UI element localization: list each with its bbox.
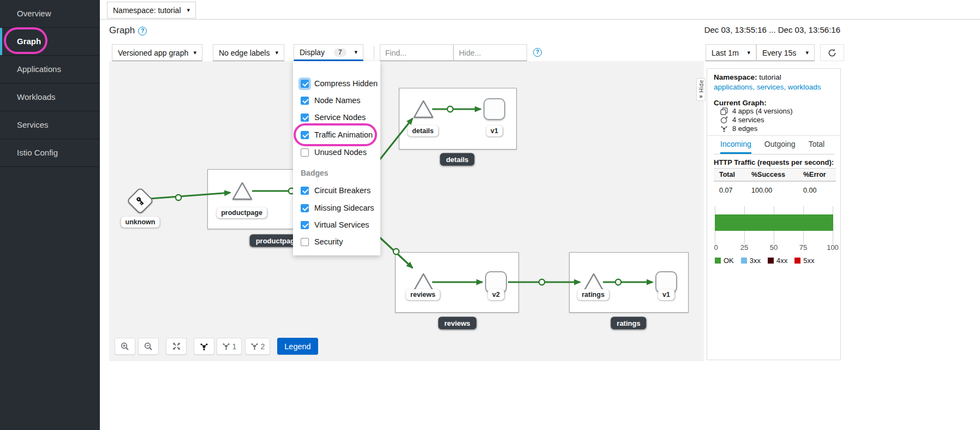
menu-item-security[interactable]: Security bbox=[301, 236, 343, 248]
checkbox-missing-sidecars[interactable] bbox=[301, 204, 309, 212]
legend-3xx: 3xx bbox=[741, 256, 761, 265]
panel-links[interactable]: applications, services, workloads bbox=[714, 83, 821, 91]
traffic-table-row: 0.07 100.00 0.00 bbox=[714, 182, 836, 196]
menu-label: Missing Sidecars bbox=[314, 204, 374, 212]
sidebar-item-applications[interactable]: Applications bbox=[0, 56, 100, 83]
sidebar-item-workloads[interactable]: Workloads bbox=[0, 83, 100, 111]
tab-outgoing[interactable]: Outgoing bbox=[764, 140, 796, 154]
refresh-interval-dropdown[interactable]: Every 15s ▾ bbox=[756, 44, 815, 61]
duration-dropdown[interactable]: Last 1m ▾ bbox=[706, 44, 756, 61]
label-3xx: 3xx bbox=[750, 256, 761, 265]
applications-icon bbox=[720, 108, 728, 115]
layout-2-button[interactable]: 2 bbox=[245, 338, 270, 355]
stat-services: 4 services bbox=[720, 116, 764, 124]
zoom-fit-button[interactable] bbox=[166, 338, 187, 355]
axis-tick-0: 0 bbox=[714, 243, 718, 252]
duration-label: Last 1m bbox=[712, 49, 739, 57]
menu-item-traffic-animation[interactable]: Traffic Animation bbox=[301, 129, 373, 141]
checkbox-virtual-services[interactable] bbox=[301, 221, 309, 229]
menu-label: Service Nodes bbox=[314, 113, 366, 122]
services-icon bbox=[720, 116, 728, 124]
display-count-badge: 7 bbox=[334, 48, 346, 57]
node-label-reviews: reviews bbox=[406, 289, 440, 300]
tab-total[interactable]: Total bbox=[809, 140, 825, 154]
toolbar-divider bbox=[374, 46, 374, 59]
node-label-ratings: ratings bbox=[577, 289, 609, 300]
masthead: Namespace: tutorial ▾ bbox=[100, 0, 980, 20]
checkbox-security[interactable] bbox=[301, 238, 309, 246]
menu-item-service-nodes[interactable]: Service Nodes bbox=[301, 111, 366, 123]
graph-type-dropdown[interactable]: Versioned app graph ▾ bbox=[112, 44, 202, 61]
legend-4xx: 4xx bbox=[768, 256, 787, 265]
edge-labels-dropdown[interactable]: No edge labels ▾ bbox=[213, 44, 284, 61]
sidebar-item-istio-config[interactable]: Istio Config bbox=[0, 139, 100, 167]
chart-legend: OK 3xx 4xx 5xx bbox=[715, 256, 815, 265]
legend-button[interactable]: Legend bbox=[277, 338, 318, 355]
menu-label: Compress Hidden bbox=[314, 79, 378, 88]
stat-edges-text: 8 edges bbox=[732, 124, 757, 133]
chevron-down-icon: ▾ bbox=[193, 49, 196, 56]
namespace-selector[interactable]: Namespace: tutorial ▾ bbox=[107, 2, 196, 19]
tab-incoming[interactable]: Incoming bbox=[720, 140, 751, 154]
help-icon[interactable]: ? bbox=[138, 27, 147, 35]
layout-1-button[interactable]: 1 bbox=[217, 338, 242, 355]
legend-ok: OK bbox=[715, 256, 734, 265]
menu-label: Node Names bbox=[314, 96, 361, 105]
display-dropdown[interactable]: Display 7 ▾ bbox=[294, 44, 363, 61]
zoom-in-button[interactable] bbox=[115, 338, 135, 355]
badges-header: Badges bbox=[301, 169, 328, 177]
checkbox-service-nodes[interactable] bbox=[301, 114, 309, 122]
menu-item-node-names[interactable]: Node Names bbox=[301, 94, 361, 106]
hide-input[interactable] bbox=[453, 44, 527, 61]
node-details[interactable] bbox=[413, 99, 434, 121]
val-success: 100.00 bbox=[746, 182, 798, 196]
current-graph-label: Current Graph: bbox=[714, 99, 767, 107]
zoom-in-icon bbox=[121, 342, 129, 351]
axis-tick-75: 75 bbox=[799, 243, 807, 252]
node-unknown[interactable] bbox=[127, 187, 154, 215]
display-menu: Compress Hidden Node Names Service Nodes… bbox=[293, 61, 380, 255]
checkbox-compress-hidden[interactable] bbox=[301, 80, 309, 88]
edge-labels-label: No edge labels bbox=[219, 49, 270, 57]
find-help-icon[interactable]: ? bbox=[533, 48, 542, 57]
sidebar-item-graph[interactable]: Graph bbox=[0, 28, 100, 56]
sidebar-item-overview[interactable]: Overview bbox=[0, 0, 100, 28]
label-4xx: 4xx bbox=[776, 256, 787, 265]
graph-canvas[interactable]: unknown productpage details v1 reviews v… bbox=[109, 61, 704, 361]
val-error: 0.00 bbox=[798, 182, 836, 196]
chevron-down-icon: ▾ bbox=[187, 7, 190, 14]
node-details-v1[interactable] bbox=[483, 98, 505, 120]
node-label-productpage: productpage bbox=[217, 207, 267, 218]
swatch-3xx bbox=[741, 258, 747, 264]
val-total: 0.07 bbox=[714, 182, 746, 196]
traffic-tabs: Incoming Outgoing Total bbox=[714, 140, 835, 154]
panel-hide-tab[interactable]: Hide » bbox=[696, 78, 706, 101]
http-traffic-title: HTTP Traffic (requests per second): bbox=[714, 158, 834, 166]
layout-default-button[interactable] bbox=[194, 338, 214, 355]
refresh-button[interactable] bbox=[820, 44, 844, 61]
axis-tick-100: 100 bbox=[827, 243, 839, 252]
menu-item-missing-sidecars[interactable]: Missing Sidecars bbox=[301, 202, 374, 214]
chevron-down-icon: ▾ bbox=[275, 49, 278, 56]
zoom-out-button[interactable] bbox=[138, 338, 159, 355]
namespace-selector-label: Namespace: tutorial bbox=[113, 6, 181, 15]
edges-icon bbox=[720, 125, 728, 133]
group-label-ratings: ratings bbox=[611, 317, 646, 330]
checkbox-traffic-animation[interactable] bbox=[301, 131, 309, 139]
menu-item-virtual-services[interactable]: Virtual Services bbox=[301, 219, 369, 231]
sidebar-item-services[interactable]: Services bbox=[0, 111, 100, 139]
find-input[interactable] bbox=[380, 44, 453, 61]
double-chevron-right-icon: » bbox=[699, 93, 702, 99]
ok-traffic-bar bbox=[715, 214, 833, 231]
menu-item-circuit-breakers[interactable]: Circuit Breakers bbox=[301, 184, 371, 196]
checkbox-circuit-breakers[interactable] bbox=[301, 187, 309, 195]
summary-panel: Namespace: tutorial applications, servic… bbox=[707, 68, 841, 360]
menu-item-unused-nodes[interactable]: Unused Nodes bbox=[301, 146, 367, 158]
menu-item-compress-hidden[interactable]: Compress Hidden bbox=[301, 77, 378, 89]
checkbox-unused-nodes[interactable] bbox=[301, 148, 309, 157]
col-success: %Success bbox=[746, 169, 798, 181]
refresh-icon bbox=[828, 49, 836, 57]
node-label-details: details bbox=[408, 126, 438, 136]
checkbox-node-names[interactable] bbox=[301, 97, 309, 105]
node-productpage[interactable] bbox=[231, 181, 253, 203]
